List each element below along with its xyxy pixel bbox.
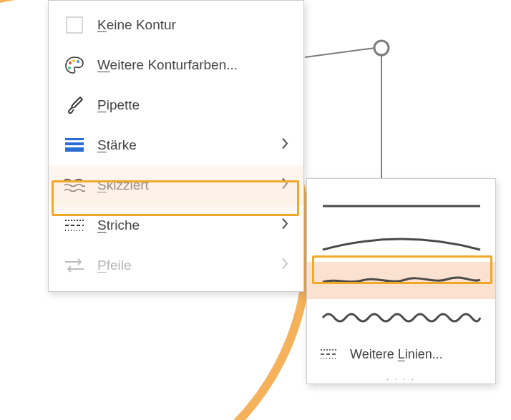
svg-rect-10 [65,142,84,145]
sketched-icon [62,177,87,193]
svg-line-3 [305,48,375,57]
menu-item-weight[interactable]: Stärke [49,125,303,165]
weight-icon [62,137,87,154]
svg-rect-4 [67,17,82,33]
sketch-option-straight[interactable] [307,187,495,225]
menu-item-dashes[interactable]: Striche [49,205,303,245]
svg-point-7 [77,60,79,63]
menu-item-sketched[interactable]: Skizziert [49,165,303,205]
menu-label: Striche [97,218,140,233]
menu-item-arrows: Pfeile [49,245,303,285]
submenu-drag-handle[interactable]: . . . . [307,372,495,382]
palette-icon [62,56,87,74]
menu-label: Keine Kontur [97,17,176,33]
svg-point-5 [69,62,72,64]
svg-point-8 [68,67,71,69]
dashes-icon [317,348,341,361]
line-straight-icon [319,199,484,213]
svg-point-1 [374,41,389,55]
menu-item-more-colors[interactable]: Weitere Konturfarben... [49,45,303,85]
line-scribble-icon [319,308,484,327]
menu-label: Skizziert [97,177,149,193]
svg-rect-9 [65,138,84,140]
menu-label: Weitere Konturfarben... [97,57,238,73]
sketched-submenu: Weitere Linien... . . . . [306,178,496,384]
chevron-right-icon [281,137,289,154]
chevron-right-icon [281,258,289,274]
menu-item-eyedropper[interactable]: Pipette [49,85,303,125]
menu-label: Pipette [97,97,140,113]
chevron-right-icon [281,177,289,194]
submenu-more-lines-label: Weitere Linien... [350,347,443,362]
arrows-icon [62,258,87,273]
sketch-option-curved[interactable] [307,225,495,262]
sketch-option-freehand[interactable] [307,262,495,299]
menu-label: Stärke [97,137,137,153]
outline-context-menu: Keine Kontur Weitere Konturfarben... Pip… [48,0,304,292]
line-curved-icon [319,233,484,254]
svg-point-6 [72,59,75,62]
submenu-more-lines[interactable]: Weitere Linien... [307,336,495,372]
line-freehand-icon [319,272,484,289]
svg-rect-11 [65,147,84,152]
chevron-right-icon [281,218,289,234]
no-outline-icon [62,16,87,34]
eyedropper-icon [62,95,87,115]
menu-item-no-outline[interactable]: Keine Kontur [49,5,303,45]
menu-label: Pfeile [97,258,132,273]
sketch-option-scribble[interactable] [307,299,495,336]
dashes-icon [62,218,87,233]
